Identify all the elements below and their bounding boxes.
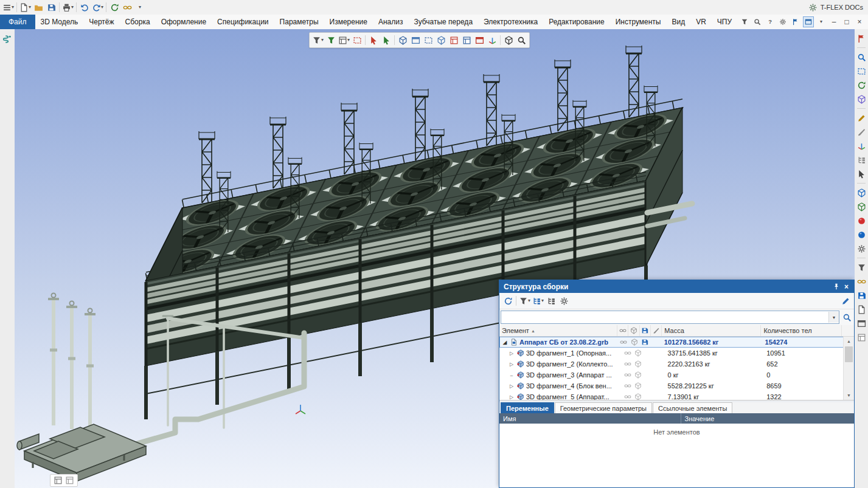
tab-measure[interactable]: Измерение [324, 15, 373, 29]
qat-customize-button[interactable]: ▾ [134, 1, 146, 13]
bookmark-icon[interactable] [855, 32, 867, 44]
solid-blue-icon[interactable] [855, 187, 867, 199]
select-cursor-red-icon[interactable] [367, 34, 380, 46]
tree-row-root[interactable]: ◢ Аппарат СБ от 23.08.22.grb 101278.1566… [499, 337, 844, 348]
rotate-view-icon[interactable] [855, 79, 867, 91]
solid-green-icon[interactable] [855, 201, 867, 213]
tree-row-fragment-3[interactable]: – 3D фрагмент_3 (Аппарат ... 0 кг 0 [499, 369, 844, 380]
shaded-view-icon[interactable] [855, 93, 867, 105]
tab-bom[interactable]: Спецификации [212, 15, 274, 29]
new-document-button[interactable]: ▾ [19, 1, 32, 13]
tree-search-icon[interactable] [841, 311, 853, 323]
edit-structure-icon[interactable] [839, 295, 852, 307]
print-button[interactable]: ▾ [61, 1, 74, 13]
select-cursor-green-icon[interactable] [380, 34, 392, 46]
tab-variables[interactable]: Переменные [501, 402, 554, 413]
tab-assembly[interactable]: Сборка [120, 15, 156, 29]
filter-edges-icon[interactable] [422, 34, 434, 46]
column-bodies-icon[interactable] [628, 325, 639, 336]
workspace-layout-button[interactable] [803, 16, 814, 27]
tree-row-fragment-4[interactable]: ▷ 3D фрагмент_4 (Блок вен... 5528.291225… [499, 380, 844, 391]
window-mode-icon[interactable] [855, 317, 867, 329]
combo-dropdown-icon[interactable]: ▾ [828, 312, 839, 323]
expander-closed-icon[interactable]: ▷ [508, 383, 515, 389]
redo-button[interactable]: ▾ [91, 1, 104, 13]
variables-value-column[interactable]: Значение [681, 413, 715, 424]
tree-scrollbar[interactable]: ▲ ▼ [843, 337, 854, 400]
refresh-structure-icon[interactable] [502, 295, 514, 307]
column-mass[interactable]: Масса [662, 325, 761, 336]
column-section-icon[interactable] [651, 325, 662, 336]
tab-editing[interactable]: Редактирование [543, 15, 609, 29]
tab-electrical[interactable]: Электротехника [478, 15, 543, 29]
tree-filter-icon[interactable]: ▾ [518, 295, 531, 307]
scroll-down-icon[interactable]: ▼ [844, 391, 854, 400]
restore-button[interactable]: □ [841, 16, 852, 27]
selector-filter-icon[interactable]: ▾ [311, 34, 324, 46]
diagnostics-panel-icon[interactable] [1, 33, 13, 45]
tree-row-fragment-2[interactable]: ▷ 3D фрагмент_2 (Коллекто... 2220.32163 … [499, 359, 844, 369]
save-button[interactable] [45, 1, 57, 13]
links-button[interactable] [121, 1, 133, 13]
tab-cnc[interactable]: ЧПУ [712, 15, 737, 29]
select-icon[interactable] [855, 168, 867, 180]
save-view-icon[interactable] [855, 289, 867, 301]
filter-paths-icon[interactable] [460, 34, 473, 46]
sphere-red-icon[interactable] [855, 215, 867, 227]
tree-row-fragment-5[interactable]: ▷ 3D фрагмент_5 (Аппарат... 7.13901 кг 1… [499, 391, 844, 400]
tab-drawing[interactable]: Чертёж [83, 15, 119, 29]
column-saved-icon[interactable] [640, 325, 651, 336]
column-links-icon[interactable] [617, 325, 628, 336]
filter-lcs-icon[interactable] [486, 34, 498, 46]
document-props-icon[interactable] [855, 303, 867, 315]
help-button[interactable] [765, 16, 776, 27]
structure-icon[interactable] [855, 154, 867, 166]
relations-icon[interactable] [855, 275, 867, 287]
sketch-icon[interactable] [855, 112, 867, 124]
grid-icon[interactable] [855, 331, 867, 343]
filter-solids-icon[interactable] [397, 34, 409, 46]
scrollbar-thumb[interactable] [845, 346, 853, 362]
tree-row-fragment-1[interactable]: ▷ 3D фрагмент_1 (Опорная... 33715.641385… [499, 348, 844, 359]
zoom-all-icon[interactable] [855, 65, 867, 77]
3d-viewport[interactable]: ▾ ▾ Структура [15, 29, 855, 488]
tab-3d-model[interactable]: 3D Модель [35, 15, 84, 29]
tab-layout[interactable]: Оформление [156, 15, 212, 29]
undo-button[interactable] [78, 1, 91, 13]
tree-filter-input[interactable] [501, 312, 828, 322]
selector-filter-active-icon[interactable] [325, 34, 337, 46]
filter-vertices-icon[interactable] [435, 34, 447, 46]
ribbon-filter-button[interactable] [739, 16, 750, 27]
history-icon[interactable] [558, 295, 570, 307]
tab-view[interactable]: Вид [666, 15, 690, 29]
minimize-button[interactable]: – [828, 16, 839, 27]
open-document-button[interactable] [32, 1, 44, 13]
coordinate-axes-icon[interactable] [855, 140, 867, 152]
close-button[interactable]: × [854, 16, 865, 27]
panel-close-icon[interactable]: × [841, 281, 852, 292]
tab-reference-elements[interactable]: Ссылочные элементы [653, 402, 732, 413]
filter-icon[interactable] [855, 261, 867, 273]
tree-filter-combo[interactable]: ▾ [501, 311, 839, 324]
column-element[interactable]: Элемент ▲ [499, 325, 617, 336]
zoom-selection-icon[interactable] [515, 34, 527, 46]
select-by-grid-icon[interactable]: ▾ [338, 34, 350, 46]
expander-open-icon[interactable]: ◢ [501, 340, 509, 345]
page-3d-icon[interactable] [54, 476, 63, 485]
sphere-blue-icon[interactable] [855, 229, 867, 241]
expander-closed-icon[interactable]: ▷ [508, 351, 515, 356]
settings-icon[interactable] [855, 242, 867, 255]
zoom-window-icon[interactable] [855, 51, 867, 63]
isolate-icon[interactable] [502, 34, 515, 46]
tab-gears[interactable]: Зубчатые переда [408, 15, 478, 29]
tab-parameters[interactable]: Параметры [274, 15, 324, 29]
tab-vr[interactable]: VR [690, 15, 712, 29]
pin-icon[interactable] [831, 281, 841, 292]
section-icon[interactable] [855, 126, 867, 138]
filter-faces-icon[interactable] [409, 34, 422, 46]
layout-dropdown-button[interactable]: ▾ [816, 16, 827, 27]
tab-file[interactable]: Файл [0, 15, 35, 29]
variables-name-column[interactable]: Имя [499, 413, 681, 424]
scroll-up-icon[interactable]: ▲ [844, 337, 854, 346]
tflex-docs-badge[interactable]: T-FLEX DOCs [808, 0, 863, 15]
